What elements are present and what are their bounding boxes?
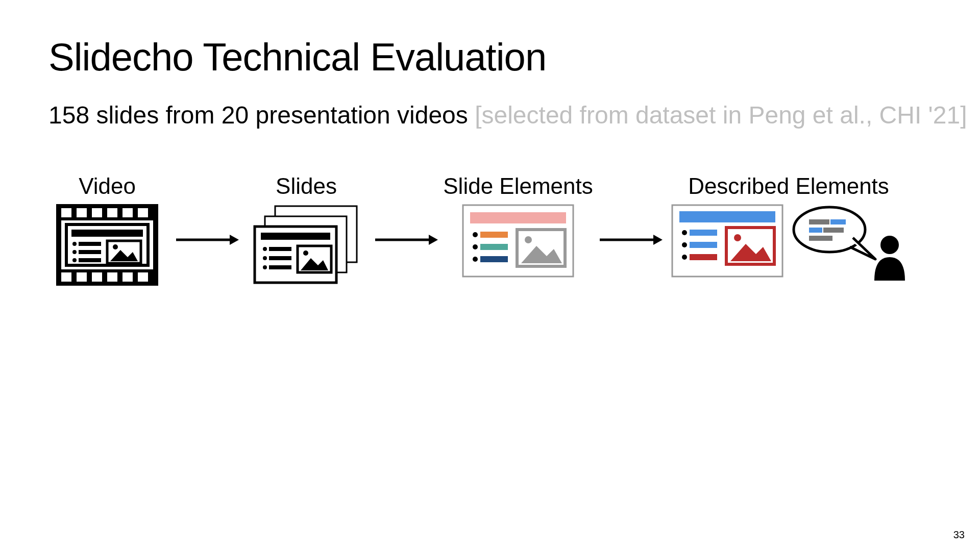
svg-point-35 <box>263 265 267 269</box>
slide-title: Slidecho Technical Evaluation <box>48 35 546 79</box>
svg-marker-54 <box>653 235 663 245</box>
svg-rect-19 <box>79 250 101 254</box>
svg-point-57 <box>682 230 687 235</box>
stage-described-elements: Described Elements <box>671 173 906 288</box>
svg-rect-15 <box>71 230 143 237</box>
slide-subtitle: 158 slides from 20 presentation videos [… <box>48 101 967 129</box>
svg-rect-4 <box>107 208 117 217</box>
pipeline-diagram: Video <box>48 173 932 288</box>
slide: Slidecho Technical Evaluation 158 slides… <box>0 0 980 551</box>
svg-point-18 <box>72 250 77 254</box>
arrow-icon <box>365 199 447 281</box>
stage-slide-elements: Slide Elements <box>447 173 590 283</box>
svg-point-51 <box>525 236 532 243</box>
svg-rect-68 <box>809 219 829 224</box>
svg-point-46 <box>473 244 478 249</box>
svg-point-20 <box>72 258 77 262</box>
svg-marker-26 <box>230 235 239 245</box>
svg-rect-58 <box>690 230 717 236</box>
svg-rect-34 <box>269 256 291 260</box>
page-number: 33 <box>953 529 965 541</box>
subtitle-main: 158 slides from 20 presentation videos <box>48 102 475 129</box>
svg-point-33 <box>263 256 267 260</box>
svg-point-48 <box>473 257 478 262</box>
svg-rect-70 <box>809 228 822 233</box>
arrow-icon <box>590 199 671 281</box>
svg-rect-43 <box>470 212 566 223</box>
film-icon <box>56 204 158 288</box>
svg-point-16 <box>72 242 77 246</box>
svg-point-31 <box>263 247 267 251</box>
slides-stack-icon <box>253 204 360 288</box>
svg-rect-6 <box>138 208 148 217</box>
svg-rect-17 <box>79 242 101 246</box>
svg-rect-5 <box>122 208 133 217</box>
svg-rect-69 <box>830 219 846 224</box>
svg-rect-21 <box>79 258 101 262</box>
svg-rect-2 <box>77 208 87 217</box>
arrow-icon <box>166 199 248 281</box>
svg-rect-36 <box>269 265 291 269</box>
stage-slides: Slides <box>248 173 365 288</box>
svg-rect-56 <box>679 211 775 222</box>
svg-rect-11 <box>122 272 133 282</box>
svg-rect-3 <box>92 208 102 217</box>
svg-rect-10 <box>107 272 117 282</box>
svg-point-64 <box>734 234 741 241</box>
svg-rect-8 <box>77 272 87 282</box>
svg-point-61 <box>682 255 687 260</box>
svg-rect-1 <box>61 208 71 217</box>
slide-elements-icon <box>462 204 574 283</box>
svg-point-44 <box>473 232 478 237</box>
stage-described-elements-label: Described Elements <box>688 173 889 199</box>
svg-rect-49 <box>480 256 508 262</box>
subtitle-citation: [selected from dataset in Peng et al., C… <box>475 102 967 129</box>
svg-point-23 <box>113 244 118 249</box>
svg-rect-62 <box>690 254 717 260</box>
described-elements-icon <box>671 204 906 288</box>
stage-video-label: Video <box>79 173 136 199</box>
svg-rect-32 <box>269 247 291 251</box>
stage-video: Video <box>48 173 166 288</box>
stage-slide-elements-label: Slide Elements <box>443 173 593 199</box>
svg-point-38 <box>303 251 308 256</box>
svg-marker-41 <box>429 235 438 245</box>
svg-rect-7 <box>61 272 71 282</box>
svg-rect-45 <box>480 232 508 238</box>
svg-rect-72 <box>809 236 832 241</box>
svg-point-73 <box>880 236 899 254</box>
svg-rect-12 <box>138 272 148 282</box>
svg-rect-71 <box>823 228 844 233</box>
svg-rect-47 <box>480 244 508 250</box>
svg-point-59 <box>682 242 687 247</box>
svg-rect-9 <box>92 272 102 282</box>
svg-rect-30 <box>261 233 330 240</box>
svg-rect-60 <box>690 242 717 248</box>
stage-slides-label: Slides <box>276 173 337 199</box>
